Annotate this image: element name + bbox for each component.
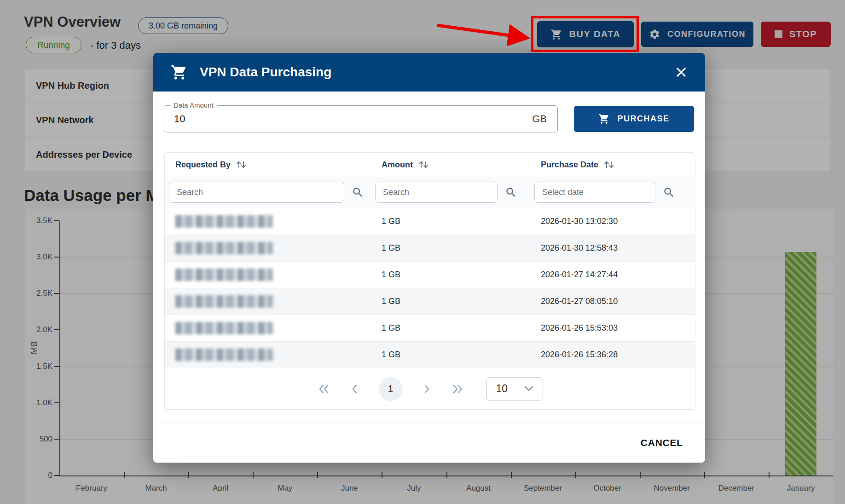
blurred-email xyxy=(175,215,273,228)
last-page-icon xyxy=(451,383,464,395)
search-input[interactable] xyxy=(375,182,498,203)
data-amount-input[interactable] xyxy=(174,106,266,132)
data-amount-unit: GB xyxy=(532,106,547,132)
modal-header: VPN Data Purchasing xyxy=(153,53,705,92)
page-size-value: 10 xyxy=(496,383,508,395)
date-filter-input[interactable] xyxy=(534,182,655,203)
table-row: 1 GB2026-01-27 14:27:44 xyxy=(165,261,695,288)
purchases-table: Requested ByAmountPurchase Date 1 GB2026… xyxy=(164,152,695,410)
column-header-label: Purchase Date xyxy=(541,160,598,170)
table-row: 1 GB2026-01-26 15:53:03 xyxy=(165,315,695,341)
vpn-data-purchasing-modal: VPN Data Purchasing Data Amount GB PURCH… xyxy=(153,53,705,463)
last-page-button[interactable] xyxy=(451,383,464,395)
column-header-amount[interactable]: Amount xyxy=(371,160,530,170)
next-page-icon xyxy=(422,383,431,395)
search-input[interactable] xyxy=(169,182,344,203)
search-icon xyxy=(663,186,675,199)
purchase-label: PURCHASE xyxy=(617,114,669,124)
next-page-button[interactable] xyxy=(422,383,431,395)
purchase-date-cell: 2026-01-26 15:36:28 xyxy=(530,350,695,360)
amount-cell: 1 GB xyxy=(371,243,530,253)
search-icon xyxy=(352,186,364,199)
blurred-email xyxy=(175,349,273,361)
search-icon xyxy=(505,186,517,199)
table-header-row: Requested ByAmountPurchase Date xyxy=(165,153,695,177)
cancel-button[interactable]: CANCEL xyxy=(641,437,683,448)
page-size-select[interactable]: 10 xyxy=(486,377,543,401)
vpn-overview-page: VPN Overview 3.00 GB remaining Running -… xyxy=(0,0,845,504)
shopping-cart-icon xyxy=(598,113,610,125)
prev-page-icon xyxy=(350,383,359,395)
purchase-button[interactable]: PURCHASE xyxy=(574,106,694,132)
purchase-date-cell: 2026-01-30 12:58:43 xyxy=(530,243,695,253)
table-filter-row xyxy=(165,177,695,208)
blurred-email xyxy=(175,242,273,254)
sort-arrows-icon xyxy=(418,160,429,169)
table-row: 1 GB2026-01-30 12:58:43 xyxy=(165,235,695,261)
table-row: 1 GB2026-01-27 08:05:10 xyxy=(165,288,695,315)
filter-cell xyxy=(165,182,371,203)
prev-page-button[interactable] xyxy=(350,383,359,395)
shopping-cart-icon xyxy=(171,64,188,81)
close-icon xyxy=(675,66,688,79)
blurred-email xyxy=(175,295,273,308)
search-button[interactable] xyxy=(505,186,517,199)
search-button[interactable] xyxy=(352,186,364,199)
column-header-requested-by[interactable]: Requested By xyxy=(165,160,371,170)
search-button[interactable] xyxy=(663,186,675,199)
amount-cell: 1 GB xyxy=(371,270,530,280)
modal-title: VPN Data Purchasing xyxy=(200,65,331,80)
table-body: 1 GB2026-01-30 13:02:301 GB2026-01-30 12… xyxy=(165,208,695,368)
purchase-date-cell: 2026-01-30 13:02:30 xyxy=(530,217,695,226)
red-arrow-annotation xyxy=(435,18,534,46)
pagination: 1 10 xyxy=(165,368,695,409)
table-row: 1 GB2026-01-30 13:02:30 xyxy=(165,208,695,235)
blurred-email xyxy=(175,269,273,281)
amount-cell: 1 GB xyxy=(371,217,530,226)
red-highlight-box xyxy=(531,16,639,52)
close-button[interactable] xyxy=(675,66,688,79)
filter-cell xyxy=(530,182,695,203)
first-page-button[interactable] xyxy=(317,383,331,395)
data-amount-field: Data Amount GB xyxy=(164,105,558,132)
table-row: 1 GB2026-01-26 15:36:28 xyxy=(165,341,695,368)
amount-cell: 1 GB xyxy=(371,297,530,306)
purchase-date-cell: 2026-01-26 15:53:03 xyxy=(530,323,695,333)
current-page-indicator[interactable]: 1 xyxy=(379,377,403,401)
amount-cell: 1 GB xyxy=(371,323,530,333)
column-header-label: Requested By xyxy=(175,160,231,170)
first-page-icon xyxy=(317,383,331,395)
sort-arrows-icon xyxy=(236,160,247,169)
blurred-email xyxy=(175,322,273,334)
amount-cell: 1 GB xyxy=(371,350,530,360)
purchase-date-cell: 2026-01-27 08:05:10 xyxy=(530,297,695,306)
sort-arrows-icon xyxy=(603,160,614,169)
column-header-purchase-date[interactable]: Purchase Date xyxy=(530,160,695,170)
chevron-down-icon xyxy=(524,386,533,392)
column-header-label: Amount xyxy=(382,160,413,170)
modal-footer: CANCEL xyxy=(153,423,705,463)
purchase-date-cell: 2026-01-27 14:27:44 xyxy=(530,270,695,280)
filter-cell xyxy=(371,182,530,203)
